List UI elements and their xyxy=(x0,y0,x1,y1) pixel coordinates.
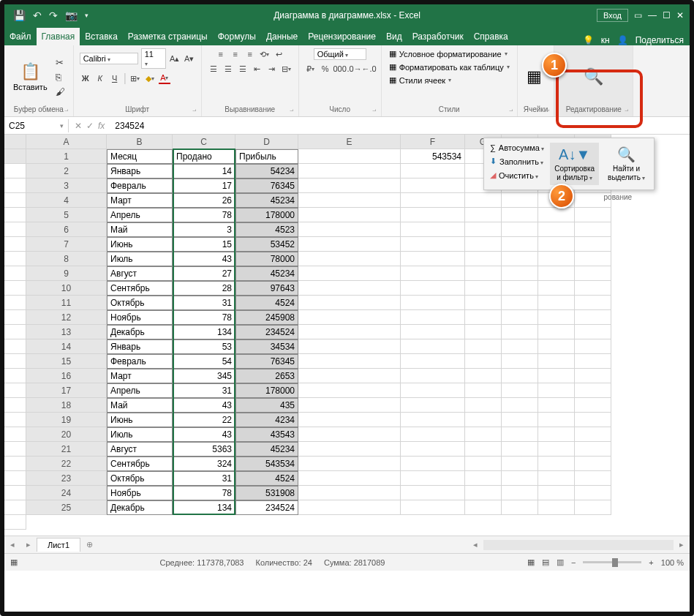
cell-blank[interactable] xyxy=(401,427,465,442)
cell-blank[interactable] xyxy=(401,296,465,310)
cell-blank[interactable] xyxy=(4,427,26,442)
cell-B8[interactable]: 43 xyxy=(173,252,235,266)
cell-D1[interactable] xyxy=(298,149,401,164)
cell-A7[interactable]: Июнь xyxy=(107,237,173,252)
cell-B5[interactable]: 78 xyxy=(173,208,235,222)
cell-blank[interactable] xyxy=(4,442,26,457)
formula-input[interactable]: 234524 xyxy=(110,119,690,132)
cell-blank[interactable] xyxy=(575,457,611,471)
cell-B20[interactable]: 43 xyxy=(173,427,235,442)
cell-blank[interactable] xyxy=(575,310,611,325)
col-header-A[interactable]: A xyxy=(26,135,107,149)
row-header-14[interactable]: 14 xyxy=(26,339,107,354)
cell-blank[interactable] xyxy=(465,339,502,354)
cell-C9[interactable]: 45234 xyxy=(235,266,298,281)
cell-blank[interactable] xyxy=(298,325,401,339)
cell-blank[interactable] xyxy=(465,413,502,427)
cell-blank[interactable] xyxy=(465,310,502,325)
cell-blank[interactable] xyxy=(298,179,401,193)
cell-blank[interactable] xyxy=(401,457,465,471)
cell-blank[interactable] xyxy=(298,310,401,325)
fill-color-icon[interactable]: ◆ xyxy=(144,72,156,84)
cell-blank[interactable] xyxy=(401,354,465,369)
cell-blank[interactable] xyxy=(502,296,538,310)
cell-C10[interactable]: 97643 xyxy=(235,281,298,296)
cell-blank[interactable] xyxy=(502,354,538,369)
cell-C14[interactable]: 34534 xyxy=(235,339,298,354)
align-middle-icon[interactable]: ≡ xyxy=(230,48,241,60)
cell-blank[interactable] xyxy=(575,427,611,442)
row-header-10[interactable]: 10 xyxy=(26,281,107,296)
cell-blank[interactable] xyxy=(502,457,538,471)
cell-blank[interactable] xyxy=(401,281,465,296)
col-header-C[interactable]: C xyxy=(173,135,235,149)
cell-blank[interactable] xyxy=(575,296,611,310)
cell-E1[interactable]: 543534 xyxy=(401,149,465,164)
cell-B9[interactable]: 27 xyxy=(173,266,235,281)
cell-blank[interactable] xyxy=(465,383,502,398)
cell-blank[interactable] xyxy=(4,179,26,193)
cell-blank[interactable] xyxy=(538,471,575,486)
cell-blank[interactable] xyxy=(465,354,502,369)
cell-blank[interactable] xyxy=(465,427,502,442)
cell-blank[interactable] xyxy=(575,339,611,354)
cell-blank[interactable] xyxy=(465,369,502,383)
row-header-21[interactable]: 21 xyxy=(26,442,107,457)
cell-C4[interactable]: 45234 xyxy=(235,193,298,208)
tab-view[interactable]: Вид xyxy=(381,28,407,45)
percent-icon[interactable]: % xyxy=(320,63,331,75)
cell-A16[interactable]: Март xyxy=(107,369,173,383)
cells-button[interactable]: ▦ xyxy=(524,66,545,88)
cell-blank[interactable] xyxy=(401,193,465,208)
cell-A9[interactable]: Август xyxy=(107,266,173,281)
cell-blank[interactable] xyxy=(465,208,502,222)
cell-blank[interactable] xyxy=(401,369,465,383)
cell-A19[interactable]: Июнь xyxy=(107,413,173,427)
row-header-23[interactable]: 23 xyxy=(26,471,107,486)
cell-blank[interactable] xyxy=(401,179,465,193)
cell-blank[interactable] xyxy=(575,398,611,413)
cell-A3[interactable]: Февраль xyxy=(107,179,173,193)
cell-blank[interactable] xyxy=(538,413,575,427)
redo-arrow-icon[interactable]: ↷ xyxy=(49,10,58,21)
cell-blank[interactable] xyxy=(575,369,611,383)
cell-blank[interactable] xyxy=(4,339,26,354)
share-button[interactable]: Поделиться xyxy=(635,35,684,45)
cell-blank[interactable] xyxy=(575,471,611,486)
cell-C2[interactable]: 54234 xyxy=(235,164,298,179)
cell-B17[interactable]: 31 xyxy=(173,383,235,398)
tab-review[interactable]: Рецензирование xyxy=(303,28,381,45)
cell-B10[interactable]: 28 xyxy=(173,281,235,296)
cell-B4[interactable]: 26 xyxy=(173,193,235,208)
cell-blank[interactable] xyxy=(298,457,401,471)
cell-B1[interactable]: Продано xyxy=(173,149,235,164)
cell-blank[interactable] xyxy=(538,339,575,354)
cell-B13[interactable]: 134 xyxy=(173,325,235,339)
cell-blank[interactable] xyxy=(502,208,538,222)
cell-blank[interactable] xyxy=(502,237,538,252)
cell-B15[interactable]: 54 xyxy=(173,354,235,369)
cell-blank[interactable] xyxy=(575,413,611,427)
increase-font-icon[interactable]: A▴ xyxy=(169,53,181,64)
cell-blank[interactable] xyxy=(502,471,538,486)
row-header-6[interactable]: 6 xyxy=(26,222,107,237)
tab-formulas[interactable]: Формулы xyxy=(213,28,261,45)
cell-blank[interactable] xyxy=(401,237,465,252)
sort-filter-button[interactable]: А↓▼ Сортировка и фильтр xyxy=(550,143,599,185)
cell-blank[interactable] xyxy=(465,193,502,208)
tab-home[interactable]: Главная xyxy=(37,28,80,45)
cell-A6[interactable]: Май xyxy=(107,222,173,237)
cell-C23[interactable]: 4524 xyxy=(235,471,298,486)
cell-C19[interactable]: 4234 xyxy=(235,413,298,427)
cell-B25[interactable]: 134 xyxy=(173,500,235,515)
row-header-12[interactable]: 12 xyxy=(26,310,107,325)
cell-blank[interactable] xyxy=(401,500,465,515)
cell-A24[interactable]: Ноябрь xyxy=(107,486,173,500)
group-editing[interactable]: 🔍 Редактирование xyxy=(554,45,633,116)
cell-blank[interactable] xyxy=(575,354,611,369)
cell-blank[interactable] xyxy=(502,193,538,208)
cell-C21[interactable]: 45234 xyxy=(235,442,298,457)
number-format-selector[interactable]: Общий xyxy=(314,48,366,60)
cell-blank[interactable] xyxy=(465,252,502,266)
cell-A5[interactable]: Апрель xyxy=(107,208,173,222)
